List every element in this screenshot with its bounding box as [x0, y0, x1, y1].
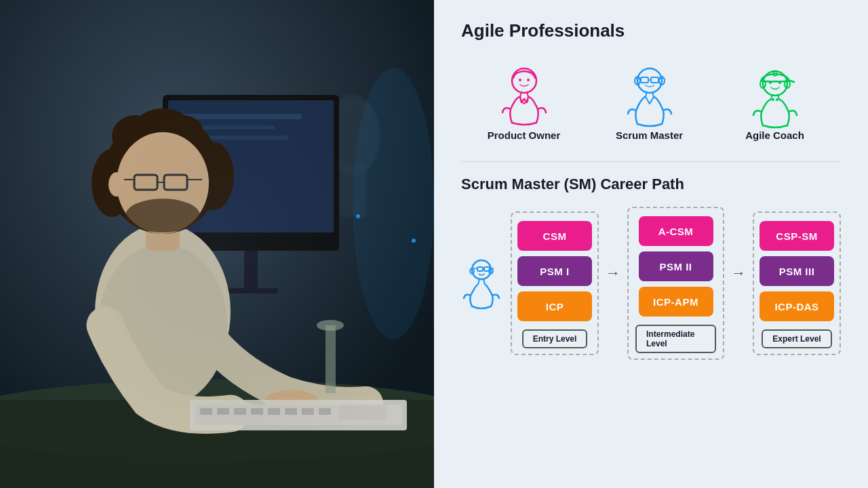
photo-panel	[0, 0, 434, 488]
svg-rect-55	[641, 77, 648, 83]
agile-coach-avatar	[741, 62, 809, 129]
professionals-row: Product Owner	[461, 62, 841, 141]
intermediate-level-box: A-CSM PSM II ICP-APM Intermediate Level	[627, 207, 724, 360]
professional-label-po: Product Owner	[488, 129, 561, 141]
career-path-title: Scrum Master (SM) Career Path	[461, 176, 841, 193]
svg-point-66	[769, 81, 772, 84]
svg-point-51	[527, 79, 530, 81]
svg-point-71	[776, 98, 778, 101]
svg-point-67	[778, 81, 781, 84]
scrum-master-avatar	[616, 62, 684, 129]
icpapm-badge: ICP-APM	[639, 287, 713, 317]
svg-point-70	[772, 98, 774, 101]
psm1-badge: PSM I	[517, 256, 592, 286]
icpdas-badge: ICP-DAS	[760, 291, 834, 321]
intermediate-level-label: Intermediate Level	[635, 325, 716, 353]
csm-badge: CSM	[517, 221, 592, 251]
expert-level-box: CSP-SM PSM III ICP-DAS Expert Level	[753, 211, 841, 355]
icp-badge: ICP	[517, 291, 592, 321]
career-path-container: CSM PSM I ICP Entry Level → A-CSM PSM II…	[461, 207, 841, 360]
expert-level-label: Expert Level	[762, 329, 831, 348]
arrow-2: →	[731, 264, 746, 302]
cspsm-badge: CSP-SM	[760, 221, 834, 251]
career-person-svg	[461, 256, 502, 310]
professionals-section: Agile Professionals	[461, 20, 841, 141]
entry-level-label: Entry Level	[522, 329, 588, 348]
product-owner-avatar	[490, 62, 558, 129]
acsm-badge: A-CSM	[639, 216, 713, 246]
professionals-title: Agile Professionals	[461, 20, 841, 41]
professional-card-ac: Agile Coach	[712, 62, 837, 141]
career-person-icon	[461, 256, 502, 310]
career-path-section: Scrum Master (SM) Career Path	[461, 176, 841, 360]
photo-illustration	[0, 0, 434, 488]
arrow-1: →	[606, 264, 620, 302]
svg-point-74	[472, 260, 491, 279]
right-panel: Agile Professionals	[434, 0, 868, 488]
professional-label-sm: Scrum Master	[616, 129, 683, 141]
section-divider	[461, 161, 841, 162]
photo-background	[0, 0, 434, 488]
entry-level-box: CSM PSM I ICP Entry Level	[511, 211, 599, 355]
psm3-badge: PSM III	[760, 256, 834, 286]
svg-point-49	[512, 68, 536, 93]
professional-card-sm: Scrum Master	[587, 62, 712, 141]
psm2-badge: PSM II	[639, 251, 713, 281]
svg-rect-75	[477, 267, 483, 271]
svg-rect-56	[651, 77, 658, 83]
professional-label-ac: Agile Coach	[745, 129, 804, 141]
svg-point-50	[519, 79, 521, 81]
svg-rect-48	[0, 0, 434, 488]
professional-card-po: Product Owner	[461, 62, 587, 141]
